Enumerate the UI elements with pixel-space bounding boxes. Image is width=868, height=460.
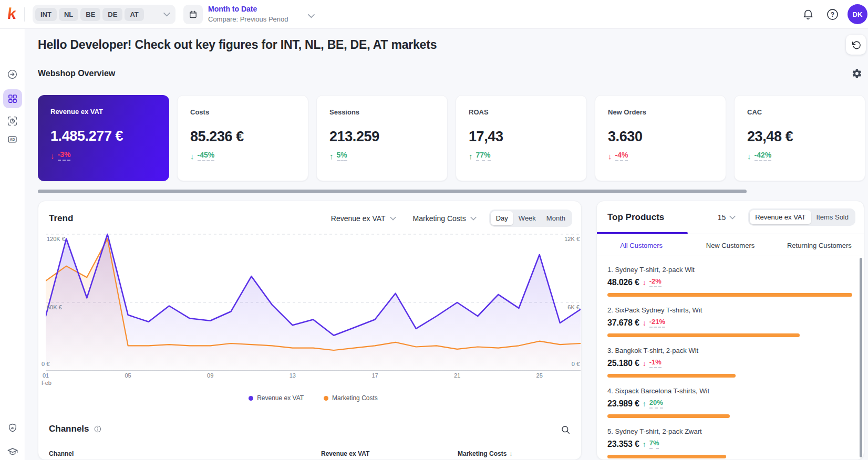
metric-revenue-ex-vat[interactable]: Revenue ex VAT	[750, 210, 811, 224]
vertical-scrollbar[interactable]	[860, 258, 862, 457]
kpi-delta: ↓-45%	[190, 151, 295, 161]
sidebar-item-ads[interactable]: AD	[3, 130, 22, 149]
product-name: 3. Bangkok T-shirt, 2-pack Wit	[607, 347, 852, 354]
top-products-title: Top Products	[607, 212, 664, 223]
dropdown-label: Revenue ex VAT	[331, 214, 386, 223]
shield-chart-icon	[7, 423, 18, 433]
trend-metric-dropdown-2[interactable]: Marketing Costs	[413, 214, 477, 223]
sidebar-item-expand[interactable]	[3, 65, 22, 83]
product-value-row: 48.026 €↓-2%	[607, 277, 852, 287]
chevron-down-icon[interactable]	[308, 11, 315, 20]
y-axis-tick-left: 0 €	[42, 361, 49, 367]
sidebar-item-dashboard[interactable]	[3, 89, 22, 108]
kpi-delta: ↓-42%	[747, 151, 852, 161]
graduation-cap-icon	[7, 446, 18, 457]
product-list-item[interactable]: 5. Sydney T-shirt, 2-pack Zwart23.353 €↑…	[607, 427, 852, 458]
product-value: 23.353 €	[607, 440, 639, 449]
product-value-bar	[607, 414, 730, 418]
metric-toggle: Revenue ex VATItems Sold	[748, 208, 855, 226]
granularity-month[interactable]: Month	[541, 211, 571, 225]
kpi-card-costs[interactable]: Costs85.236 €↓-45%	[177, 95, 308, 181]
product-delta-value: 7%	[649, 439, 659, 449]
active-tab-indicator	[597, 232, 688, 234]
market-chip-int[interactable]: INT	[35, 8, 57, 21]
x-axis: 01050913172125	[46, 372, 581, 380]
trend-metric-dropdown-1[interactable]: Revenue ex VAT	[331, 214, 396, 223]
product-name: 4. Sixpack Barcelona T-shirts, Wit	[607, 387, 852, 395]
product-value-row: 23.989 €↑20%	[607, 399, 852, 409]
channels-title: Channels	[49, 424, 89, 434]
trend-down-icon: ↓	[50, 151, 55, 160]
sidebar-item-analytics[interactable]	[3, 111, 22, 130]
notifications-bell-icon[interactable]	[802, 8, 814, 23]
kpi-card-cac[interactable]: CAC23,48 €↓-42%	[734, 95, 865, 181]
horizontal-scrollbar[interactable]	[38, 190, 747, 193]
app-logo[interactable]: k	[6, 4, 17, 23]
top-products-count-dropdown[interactable]: 15	[718, 213, 736, 222]
granularity-day[interactable]: Day	[491, 211, 513, 225]
trend-down-icon: ↓	[747, 152, 751, 161]
chevron-down-icon	[390, 216, 396, 221]
granularity-toggle: DayWeekMonth	[489, 210, 572, 227]
tab-all-customers[interactable]: All Customers	[597, 235, 686, 256]
kpi-value: 3.630	[608, 129, 713, 145]
tab-returning-customers[interactable]: Returning Customers	[775, 235, 864, 256]
top-products-list: 1. Sydney T-shirt, 2-pack Wit48.026 €↓-2…	[607, 266, 852, 460]
product-value-row: 23.353 €↑7%	[607, 439, 852, 449]
market-selector[interactable]: INTNLBEDEAT	[33, 5, 175, 24]
avatar[interactable]: DK	[848, 4, 867, 24]
section-settings-gear-icon[interactable]	[852, 68, 862, 81]
chevron-down-icon	[163, 12, 170, 17]
calendar-button[interactable]	[183, 5, 203, 24]
reset-button[interactable]	[846, 35, 866, 55]
search-icon[interactable]	[561, 425, 571, 437]
product-list-item[interactable]: 3. Bangkok T-shirt, 2-pack Wit25.180 €↓-…	[607, 347, 852, 378]
trend-down-icon: ↓	[608, 152, 612, 161]
svg-text:?: ?	[831, 11, 834, 18]
product-delta-value: -2%	[649, 277, 662, 287]
ad-badge-icon: AD	[7, 134, 18, 145]
kpi-card-sessions[interactable]: Sessions213.259↑5%	[316, 95, 448, 181]
kpi-value: 1.485.277 €	[50, 128, 157, 144]
market-chip-de[interactable]: DE	[102, 8, 122, 21]
market-chip-be[interactable]: BE	[80, 8, 100, 21]
product-list-item[interactable]: 2. SixPack Sydney T-shirts, Wit37.678 €↓…	[607, 306, 852, 337]
granularity-week[interactable]: Week	[513, 211, 541, 225]
trend-title: Trend	[49, 213, 73, 224]
kpi-card-new-orders[interactable]: New Orders3.630↓-4%	[595, 95, 726, 181]
channels-col-revenue[interactable]: Revenue ex VAT	[321, 450, 369, 457]
divider	[597, 256, 864, 256]
product-value-bar	[607, 455, 726, 458]
kpi-delta-value: -4%	[615, 151, 628, 161]
channels-col-channel[interactable]: Channel	[49, 450, 74, 457]
channels-col-marketing[interactable]: Marketing Costs ↓	[458, 450, 512, 457]
market-chip-at[interactable]: AT	[125, 8, 143, 21]
help-icon[interactable]: ?	[826, 8, 839, 23]
top-products-header: Top Products 15 Revenue ex VATItems Sold	[597, 201, 864, 226]
trend-down-icon: ↓	[643, 278, 646, 287]
sidebar-item-audit[interactable]	[3, 419, 22, 437]
sidebar-item-academy[interactable]	[3, 442, 22, 460]
product-list-item[interactable]: 4. Sixpack Barcelona T-shirts, Wit23.989…	[607, 387, 852, 418]
info-icon[interactable]	[94, 425, 102, 433]
y-axis-tick-right: 0 €	[572, 361, 580, 367]
x-axis-tick: 17	[371, 372, 378, 379]
chart-legend: Revenue ex VATMarketing Costs	[46, 394, 581, 402]
product-delta-value: -1%	[649, 358, 662, 368]
calendar-icon	[189, 10, 198, 19]
date-range-picker[interactable]: Month to Date Compare: Previous Period	[208, 4, 288, 25]
kpi-card-roas[interactable]: ROAS17,43↑77%	[456, 95, 587, 181]
metric-items-sold[interactable]: Items Sold	[811, 210, 854, 224]
kpi-card-revenue-ex-vat[interactable]: Revenue ex VAT1.485.277 €↓-3%	[38, 95, 169, 181]
date-compare-label: Compare: Previous Period	[208, 14, 288, 25]
kpi-delta: ↑77%	[469, 151, 574, 161]
kpi-card-row: Revenue ex VAT1.485.277 €↓-3%Costs85.236…	[38, 95, 865, 181]
trend-chart[interactable]: 120K € 60K € 0 € 12K € 6K € 0 €	[46, 226, 581, 371]
x-axis-month-label: Feb	[42, 380, 51, 386]
product-value-row: 25.180 €↓-1%	[607, 358, 852, 368]
market-chip-nl[interactable]: NL	[59, 8, 78, 21]
product-list-item[interactable]: 1. Sydney T-shirt, 2-pack Wit48.026 €↓-2…	[607, 266, 852, 297]
trend-panel: Trend Revenue ex VAT Marketing Costs Day…	[38, 201, 582, 460]
dropdown-label: Marketing Costs	[413, 214, 466, 223]
tab-new-customers[interactable]: New Customers	[686, 235, 774, 256]
